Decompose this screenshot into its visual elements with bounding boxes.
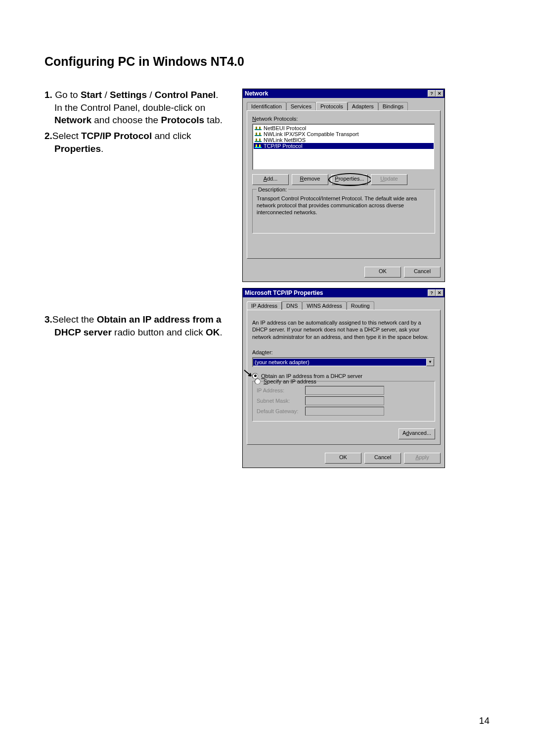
svg-rect-6	[255, 141, 262, 142]
text: N	[252, 116, 256, 122]
svg-rect-1	[256, 127, 257, 129]
svg-rect-3	[255, 135, 262, 136]
group-title: Description:	[257, 187, 288, 192]
tab-dns[interactable]: DNS	[282, 301, 302, 310]
svg-rect-10	[256, 144, 257, 147]
tcpip-dialog: Microsoft TCP/IP Properties ? ✕ IP Addre…	[242, 288, 445, 468]
list-item[interactable]: NWLink NetBIOS	[254, 137, 434, 143]
gateway-input	[305, 407, 384, 416]
text-bold: TCP/IP Protocol	[81, 131, 152, 141]
page-title: Configuring PC in Windows NT4.0	[44, 54, 490, 69]
subnet-mask-label: Subnet Mask:	[257, 398, 301, 404]
apply-button: Apply	[404, 453, 441, 464]
radio-icon[interactable]	[255, 378, 261, 384]
text: tab.	[204, 115, 222, 125]
list-item-label: TCP/IP Protocol	[264, 143, 303, 149]
advanced-button[interactable]: Advanced...	[399, 428, 435, 439]
ok-button[interactable]: OK	[364, 267, 401, 278]
step-2: 2.Select TCP/IP Protocol and click Prope…	[44, 130, 227, 155]
protocol-icon	[255, 143, 262, 149]
list-item-selected[interactable]: TCP/IP Protocol	[254, 143, 434, 149]
update-button: Update	[371, 174, 407, 185]
protocols-listbox[interactable]: NetBEUI Protocol NWLink IPX/SPX Compatib…	[252, 124, 435, 170]
properties-button[interactable]: Properties...	[331, 174, 368, 185]
tab-protocols[interactable]: Protocols	[316, 102, 348, 110]
text: .	[220, 327, 222, 337]
subnet-mask-input	[305, 396, 384, 405]
tab-services[interactable]: Services	[286, 102, 316, 110]
instruction-column: 1. Go to Start / Settings / Control Pane…	[44, 89, 227, 341]
chevron-down-icon[interactable]: ▼	[426, 358, 434, 366]
tab-ip-address[interactable]: IP Address	[247, 301, 282, 310]
description-group: Description: Transport Control Protocol/…	[252, 189, 435, 234]
add-button[interactable]: Add...	[252, 174, 289, 185]
list-item-label: NWLink NetBIOS	[264, 137, 306, 143]
text: Go to	[52, 90, 81, 100]
close-icon[interactable]: ✕	[436, 90, 444, 97]
svg-rect-2	[259, 127, 261, 129]
tab-row: Identification Services Protocols Adapte…	[247, 102, 441, 110]
ok-button[interactable]: OK	[325, 453, 361, 464]
text-bold: Start	[81, 90, 102, 100]
radio-label: Obtain an IP address from a DHCP server	[261, 373, 362, 379]
text: and choose the	[91, 115, 161, 125]
text: Select	[52, 131, 81, 141]
text-bold: Network	[54, 115, 91, 125]
text: /	[147, 90, 155, 100]
ip-address-input	[305, 386, 384, 395]
tab-adapters[interactable]: Adapters	[348, 102, 378, 110]
svg-rect-11	[259, 144, 261, 147]
text-bold: Settings	[110, 90, 147, 100]
radio-specify-label: Specify an IP address	[264, 378, 316, 384]
titlebar: Network ? ✕	[243, 89, 445, 98]
list-item-label: NWLink IPX/SPX Compatible Transport	[264, 131, 359, 137]
svg-rect-4	[256, 133, 257, 135]
text: /	[102, 90, 110, 100]
text-bold: Protocols	[161, 115, 204, 125]
close-icon[interactable]: ✕	[436, 289, 444, 296]
svg-rect-9	[255, 147, 262, 148]
list-item-label: NetBEUI Protocol	[264, 125, 306, 131]
step-num: 1.	[44, 90, 52, 100]
step-num: 2.	[44, 131, 52, 141]
specify-group: Specify an IP address IP Address: Subnet…	[252, 381, 435, 422]
adapter-combo[interactable]: (your network adapter) ▼	[252, 357, 435, 367]
text-bold: Control Panel	[155, 90, 216, 100]
svg-rect-0	[255, 129, 262, 130]
cancel-button[interactable]: Cancel	[404, 267, 441, 278]
protocol-icon	[255, 125, 262, 131]
text: radio button and click	[112, 327, 206, 337]
list-item[interactable]: NWLink IPX/SPX Compatible Transport	[254, 131, 434, 137]
arrow-annotation-icon	[243, 369, 254, 380]
protocol-icon	[255, 131, 262, 137]
adapter-label: Adapter:	[252, 349, 435, 355]
step-num: 3.	[44, 314, 52, 325]
tab-identification[interactable]: Identification	[247, 102, 286, 110]
list-item[interactable]: NetBEUI Protocol	[254, 125, 434, 131]
tab-routing[interactable]: Routing	[347, 301, 374, 310]
text-bold: OK	[206, 327, 220, 337]
protocol-icon	[255, 137, 262, 143]
dialog-title: Network	[245, 90, 268, 97]
cancel-button[interactable]: Cancel	[364, 453, 401, 464]
tab-wins[interactable]: WINS Address	[302, 301, 347, 310]
page-number: 14	[479, 715, 490, 726]
radio-obtain-dhcp[interactable]: Obtain an IP address from a DHCP server	[252, 373, 435, 379]
help-icon[interactable]: ?	[428, 90, 436, 97]
gateway-label: Default Gateway:	[257, 408, 301, 414]
help-icon[interactable]: ?	[428, 289, 436, 296]
tab-row: IP Address DNS WINS Address Routing	[247, 301, 441, 310]
titlebar: Microsoft TCP/IP Properties ? ✕	[243, 288, 445, 297]
protocols-label: Network Protocols:	[252, 116, 435, 122]
text-bold: Properties	[54, 143, 101, 154]
tab-bindings[interactable]: Bindings	[378, 102, 408, 110]
protocols-panel: Network Protocols: NetBEUI Protocol	[247, 110, 441, 259]
ip-address-label: IP Address:	[257, 387, 301, 393]
info-text: An IP address can be automatically assig…	[252, 319, 435, 340]
step-1: 1. Go to Start / Settings / Control Pane…	[44, 89, 227, 127]
svg-rect-5	[259, 133, 261, 135]
ipaddress-panel: An IP address can be automatically assig…	[247, 310, 441, 445]
remove-button[interactable]: Remove	[292, 174, 328, 185]
text: Select the	[52, 314, 97, 325]
svg-rect-8	[259, 139, 261, 141]
